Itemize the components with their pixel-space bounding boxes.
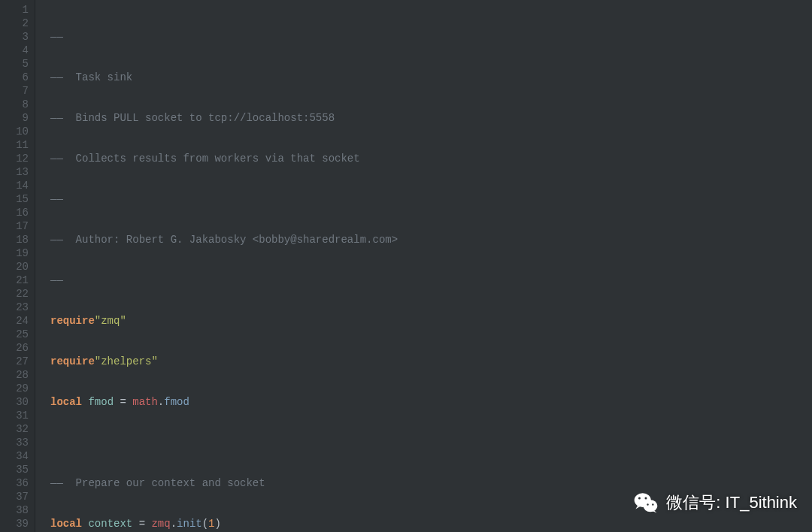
svg-point-3 [645, 497, 647, 500]
line-number: 7 [0, 84, 29, 98]
line-number: 13 [0, 165, 29, 179]
code-line: local context = zmq.init(1) [50, 517, 812, 530]
line-number: 39 [0, 517, 29, 530]
svg-point-1 [644, 500, 658, 512]
line-number: 31 [0, 409, 29, 422]
line-number: 36 [0, 476, 29, 490]
wechat-icon [633, 490, 659, 515]
line-number: 14 [0, 179, 29, 192]
line-number: 28 [0, 368, 29, 382]
line-number: 24 [0, 314, 29, 328]
line-number: 22 [0, 287, 29, 301]
wechat-watermark: 微信号: IT_5ithink [633, 490, 797, 515]
line-number: 29 [0, 382, 29, 395]
line-number: 25 [0, 328, 29, 341]
code-line: —— Task sink [50, 71, 812, 84]
line-number: 26 [0, 341, 29, 355]
line-number: 38 [0, 503, 29, 517]
line-number: 10 [0, 125, 29, 138]
line-number: 32 [0, 422, 29, 436]
svg-point-2 [638, 497, 641, 500]
line-number: 34 [0, 449, 29, 463]
line-number: 18 [0, 233, 29, 246]
svg-point-5 [653, 503, 654, 505]
line-number: 5 [0, 57, 29, 71]
watermark-label: 微信号: IT_5ithink [666, 496, 797, 509]
line-number: 17 [0, 219, 29, 233]
line-number: 6 [0, 71, 29, 84]
code-line: require"zmq" [50, 314, 812, 328]
code-line: —— [50, 274, 812, 287]
line-number: 9 [0, 111, 29, 125]
line-number: 12 [0, 152, 29, 165]
line-number: 4 [0, 44, 29, 57]
code-line: —— [50, 30, 812, 44]
line-number: 15 [0, 192, 29, 206]
code-line: —— Binds PULL socket to tcp://localhost:… [50, 111, 812, 125]
line-number: 21 [0, 274, 29, 287]
line-number: 8 [0, 98, 29, 111]
code-line: —— Collects results from workers via tha… [50, 152, 812, 165]
line-number: 16 [0, 206, 29, 219]
line-number: 2 [0, 17, 29, 30]
line-number: 27 [0, 355, 29, 368]
line-number: 20 [0, 260, 29, 274]
line-number: 11 [0, 138, 29, 152]
code-line: local fmod = math.fmod [50, 395, 812, 409]
line-number: 37 [0, 490, 29, 503]
line-number: 35 [0, 463, 29, 476]
line-number: 3 [0, 30, 29, 44]
code-editor[interactable]: 1234567891011121314151617181920212223242… [0, 0, 812, 532]
line-number: 1 [0, 3, 29, 17]
line-number: 19 [0, 246, 29, 260]
code-line [50, 436, 812, 449]
code-line: —— Prepare our context and socket [50, 476, 812, 490]
line-number: 30 [0, 395, 29, 409]
line-number: 33 [0, 436, 29, 449]
svg-point-4 [647, 503, 649, 505]
line-number-gutter: 1234567891011121314151617181920212223242… [0, 0, 35, 532]
code-line: —— Author: Robert G. Jakabosky <bobby@sh… [50, 233, 812, 246]
code-line: —— [50, 192, 812, 206]
code-line: require"zhelpers" [50, 355, 812, 368]
line-number: 23 [0, 301, 29, 314]
code-area[interactable]: —— —— Task sink —— Binds PULL socket to … [35, 0, 812, 532]
